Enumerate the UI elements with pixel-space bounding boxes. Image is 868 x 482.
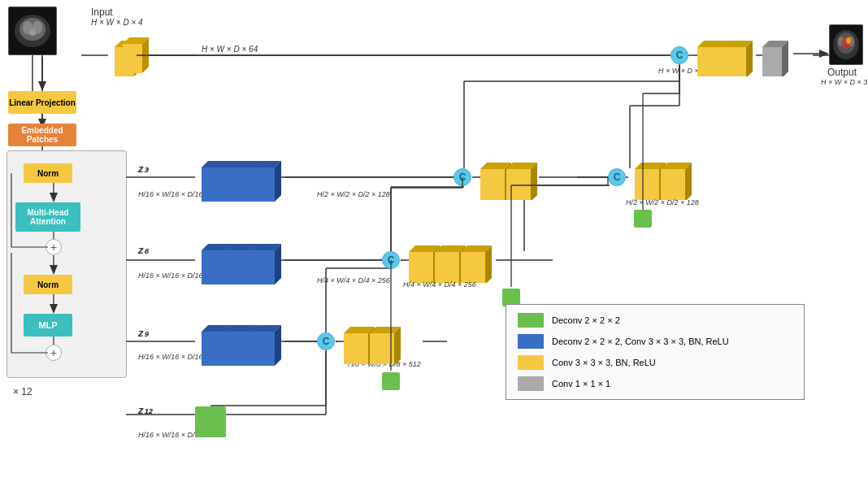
z3-blue-blocks (195, 161, 284, 205)
svg-marker-89 (275, 244, 281, 284)
z9-blue-blocks (195, 325, 284, 369)
embedded-patches-block: EmbeddedPatches (8, 124, 76, 146)
legend-row-conv1: Conv 3 × 3 × 3, BN, ReLU (518, 355, 792, 370)
svg-rect-123 (762, 47, 782, 76)
arrow-down-input (33, 57, 52, 91)
arrow-to-output (793, 46, 829, 62)
svg-marker-40 (38, 81, 46, 91)
legend-swatch-yellow (518, 355, 544, 370)
legend-row-deconv1: Deconv 2 × 2 × 2 (518, 313, 792, 328)
svg-rect-63 (202, 167, 226, 202)
legend-conv2-label: Conv 1 × 1 × 1 (552, 379, 610, 389)
svg-point-38 (29, 29, 36, 36)
svg-rect-99 (461, 252, 485, 283)
svg-marker-113 (394, 327, 401, 364)
svg-rect-114 (370, 333, 394, 364)
input-brain-image (8, 7, 57, 55)
svg-rect-93 (409, 252, 433, 283)
z3-out-yellow-blocks (628, 163, 693, 203)
z6-label: z₆ (138, 244, 148, 256)
legend-deconv2-label: Deconv 2 × 2 × 2, Conv 3 × 3 × 3, BN, Re… (552, 337, 729, 346)
z12-label: z₁₂ (138, 404, 152, 416)
svg-rect-87 (226, 250, 250, 284)
svg-rect-108 (250, 332, 275, 366)
z12-green-block (195, 406, 226, 437)
svg-rect-117 (697, 47, 722, 76)
legend-row-deconv2: Deconv 2 × 2 × 2, Conv 3 × 3 × 3, BN, Re… (518, 334, 792, 349)
legend-conv1-label: Conv 3 × 3 × 3, BN, ReLU (552, 358, 656, 367)
svg-rect-66 (226, 167, 250, 202)
output-brain-image (829, 24, 863, 65)
legend-swatch-blue (518, 334, 544, 349)
svg-rect-111 (344, 333, 368, 364)
z6-concat-circle: C (382, 251, 400, 269)
z3-mid-label: H/2 × W/2 × D/2 × 128 (317, 190, 390, 200)
gray-block (756, 41, 795, 80)
skip1-dim-label: H × W × D × 64 (202, 45, 258, 54)
z9-yellow-blocks (337, 327, 419, 367)
input-label: Input (91, 7, 113, 18)
z3-deconv-green (634, 210, 652, 228)
linear-projection-block: Linear Projection (8, 91, 76, 114)
z9-label: z₉ (138, 327, 148, 339)
svg-rect-105 (226, 332, 250, 366)
top-concat-circle: C (671, 46, 688, 64)
legend-swatch-green (518, 313, 544, 328)
transformer-box: Norm Multi-HeadAttention + Norm MLP (7, 150, 127, 378)
z9-deconv-green (382, 372, 400, 390)
transformer-internal-lines (7, 151, 128, 379)
legend-box: Deconv 2 × 2 × 2 Deconv 2 × 2 × 2, Conv … (506, 304, 805, 400)
z3-yellow-block1 (474, 163, 539, 203)
svg-rect-81 (661, 169, 685, 200)
svg-rect-120 (722, 47, 746, 76)
z3-concat-circle: C (454, 168, 471, 186)
svg-rect-90 (250, 250, 275, 284)
svg-point-131 (846, 37, 851, 44)
z6-mid-label: H/4 × W/4 × D/4 × 256 (317, 276, 390, 286)
z6-out-label: H/4 × W/4 × D/4 × 256 (403, 280, 476, 290)
legend-row-conv2: Conv 1 × 1 × 1 (518, 376, 792, 391)
svg-marker-80 (685, 163, 692, 200)
architecture-diagram: Linear Projection EmbeddedPatches Norm M… (0, 0, 868, 482)
svg-rect-72 (480, 169, 505, 200)
svg-rect-96 (435, 252, 459, 283)
svg-marker-125 (819, 50, 829, 58)
svg-rect-75 (506, 169, 531, 200)
svg-marker-98 (485, 245, 492, 283)
output-dim-label: H × W × D × 3 (821, 78, 867, 86)
svg-marker-68 (275, 161, 281, 202)
legend-swatch-gray (518, 376, 544, 391)
z3-right-concat: C (608, 168, 626, 186)
times12-label: × 12 (13, 386, 33, 397)
svg-rect-69 (250, 167, 275, 202)
svg-rect-102 (202, 332, 226, 366)
legend-deconv1-label: Deconv 2 × 2 × 2 (552, 315, 620, 325)
input-yellow-block2 (116, 37, 142, 67)
svg-marker-74 (531, 163, 537, 200)
svg-rect-60 (123, 44, 142, 73)
svg-rect-84 (202, 250, 226, 284)
svg-marker-107 (275, 325, 281, 366)
input-dim-label: H × W × D × 4 (91, 18, 143, 27)
z3-out-label: H/2 × W/2 × D/2 × 128 (626, 198, 699, 208)
z3-label: z₃ (138, 163, 148, 175)
svg-rect-78 (635, 169, 659, 200)
z9-concat-circle: C (317, 332, 335, 350)
output-label: Output (827, 67, 857, 78)
top-yellow-block (691, 41, 754, 80)
z6-blue-blocks (195, 244, 284, 288)
